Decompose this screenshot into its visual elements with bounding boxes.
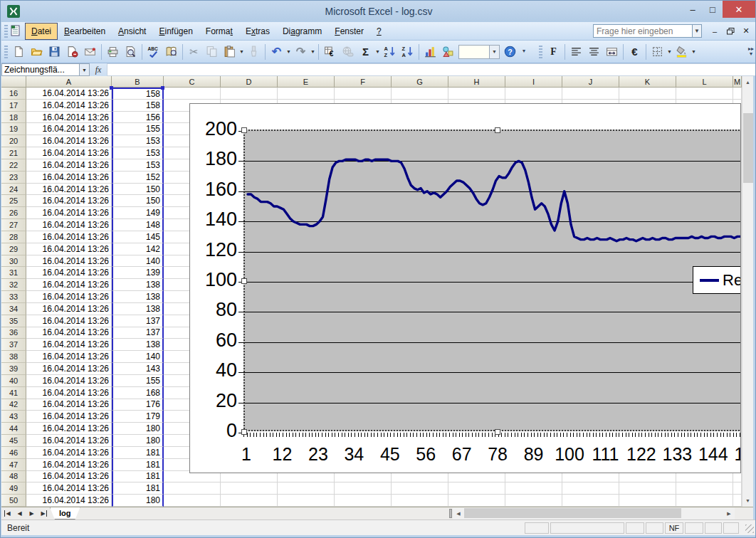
chart-wizard-icon[interactable] <box>422 43 439 60</box>
row-header-35[interactable]: 35 <box>1 315 26 327</box>
cell-A41[interactable]: 16.04.2014 13:26 <box>26 387 112 399</box>
cell-A31[interactable]: 16.04.2014 13:26 <box>26 267 112 279</box>
cell-I49[interactable] <box>505 482 562 495</box>
row-header-39[interactable]: 39 <box>1 363 26 375</box>
tab-split-handle[interactable] <box>449 509 452 518</box>
cell-A50[interactable]: 16.04.2014 13:26 <box>26 495 112 507</box>
cell-A40[interactable]: 16.04.2014 13:26 <box>26 375 112 387</box>
menu-grip[interactable] <box>4 25 8 38</box>
cell-A35[interactable]: 16.04.2014 13:26 <box>26 315 112 327</box>
cell-B31[interactable]: 139 <box>112 267 164 279</box>
cell-G16[interactable] <box>392 88 448 100</box>
autosum-icon-dropdown[interactable]: ▼ <box>374 43 381 60</box>
format-painter-icon[interactable] <box>246 43 262 60</box>
bold-icon[interactable]: F <box>545 43 562 60</box>
row-header-43[interactable]: 43 <box>1 411 26 423</box>
tab-first-icon[interactable]: ◀ <box>1 507 14 519</box>
fill-color-icon[interactable] <box>673 43 690 60</box>
toolbar-options-icon[interactable]: ▾ <box>520 43 528 61</box>
row-header-23[interactable]: 23 <box>1 172 26 184</box>
cell-A26[interactable]: 16.04.2014 13:26 <box>26 207 112 219</box>
cell-A37[interactable]: 16.04.2014 13:26 <box>26 339 112 351</box>
redo-icon[interactable]: ↷ <box>293 43 309 60</box>
select-all-corner[interactable] <box>1 76 26 88</box>
row-header-31[interactable]: 31 <box>1 267 26 279</box>
cell-B32[interactable]: 138 <box>112 279 164 291</box>
row-header-32[interactable]: 32 <box>1 279 26 291</box>
column-header-L[interactable]: L <box>676 76 733 88</box>
cell-H16[interactable] <box>448 88 505 100</box>
save-icon[interactable] <box>46 43 63 60</box>
cell-B38[interactable]: 140 <box>112 351 164 363</box>
menu-item-extras[interactable]: Extras <box>239 23 276 40</box>
cell-H50[interactable] <box>448 495 505 507</box>
cell-E50[interactable] <box>278 495 335 507</box>
cell-L50[interactable] <box>676 495 733 507</box>
cell-B24[interactable]: 150 <box>112 184 164 196</box>
cell-B29[interactable]: 142 <box>112 243 164 255</box>
permission-icon[interactable] <box>64 43 80 60</box>
cell-M49[interactable] <box>733 482 742 495</box>
help-icon[interactable]: ? <box>502 43 518 60</box>
drawing-icon[interactable] <box>440 43 456 60</box>
cell-B48[interactable]: 181 <box>112 471 164 483</box>
chart-legend[interactable]: Re <box>693 266 741 294</box>
cell-B44[interactable]: 180 <box>112 423 164 435</box>
align-center-icon[interactable] <box>586 43 602 60</box>
open-folder-icon[interactable] <box>28 43 45 60</box>
cell-A45[interactable]: 16.04.2014 13:26 <box>26 435 112 447</box>
maximize-icon[interactable]: □ <box>703 1 723 18</box>
row-header-50[interactable]: 50 <box>1 495 26 507</box>
cell-J49[interactable] <box>562 482 619 495</box>
scroll-right-icon[interactable]: ▶ <box>723 507 735 519</box>
redo-icon-dropdown[interactable]: ▼ <box>310 43 316 60</box>
cell-B39[interactable]: 143 <box>112 363 164 375</box>
cell-A21[interactable]: 16.04.2014 13:26 <box>26 147 112 159</box>
row-header-18[interactable]: 18 <box>1 112 26 124</box>
cell-B18[interactable]: 156 <box>112 112 164 124</box>
chevron-down-icon[interactable]: ▼ <box>489 46 499 58</box>
toolbar-grip[interactable] <box>539 46 542 58</box>
cell-B40[interactable]: 155 <box>112 375 164 387</box>
cell-A24[interactable]: 16.04.2014 13:26 <box>26 184 112 196</box>
cell-I16[interactable] <box>505 88 562 100</box>
sort-ascending-icon[interactable]: AZ <box>382 43 398 60</box>
doc-minimize-icon[interactable]: – <box>708 25 722 38</box>
row-header-25[interactable]: 25 <box>1 195 26 207</box>
cell-A27[interactable]: 16.04.2014 13:26 <box>26 219 112 231</box>
document-icon[interactable] <box>10 25 22 37</box>
cell-B37[interactable]: 138 <box>112 339 164 351</box>
cut-icon[interactable]: ✂ <box>186 43 202 60</box>
cell-C50[interactable] <box>164 495 221 507</box>
cell-D16[interactable] <box>221 88 278 100</box>
row-header-30[interactable]: 30 <box>1 255 26 268</box>
cell-A48[interactable]: 16.04.2014 13:26 <box>26 471 112 483</box>
column-header-C[interactable]: C <box>164 76 221 88</box>
column-header-A[interactable]: A <box>26 76 112 88</box>
row-header-29[interactable]: 29 <box>1 243 26 255</box>
row-header-20[interactable]: 20 <box>1 135 26 147</box>
mail-icon[interactable] <box>82 43 98 60</box>
close-icon[interactable]: ✕ <box>723 1 755 18</box>
name-box[interactable]: Zeichnungsflä... <box>1 63 80 76</box>
cell-F50[interactable] <box>335 495 392 507</box>
cell-B35[interactable]: 137 <box>112 315 164 327</box>
insert-function-icon[interactable]: fx <box>90 63 107 76</box>
cell-B41[interactable]: 168 <box>112 387 164 399</box>
row-header-33[interactable]: 33 <box>1 291 26 303</box>
cell-A33[interactable]: 16.04.2014 13:26 <box>26 291 112 303</box>
cell-A28[interactable]: 16.04.2014 13:26 <box>26 231 112 243</box>
horizontal-scroll-thumb[interactable] <box>464 508 681 518</box>
euro-currency-icon[interactable]: € <box>626 43 643 60</box>
cell-B34[interactable]: 138 <box>112 303 164 315</box>
cell-A29[interactable]: 16.04.2014 13:26 <box>26 243 112 255</box>
row-header-36[interactable]: 36 <box>1 327 26 339</box>
row-header-41[interactable]: 41 <box>1 387 26 399</box>
cell-B43[interactable]: 179 <box>112 411 164 423</box>
row-header-48[interactable]: 48 <box>1 471 26 483</box>
menu-item-ansicht[interactable]: Ansicht <box>112 23 152 40</box>
column-header-M[interactable]: M <box>733 76 742 88</box>
cell-A22[interactable]: 16.04.2014 13:26 <box>26 159 112 172</box>
cell-A49[interactable]: 16.04.2014 13:26 <box>26 482 112 495</box>
toolbar-grip[interactable] <box>4 46 8 58</box>
